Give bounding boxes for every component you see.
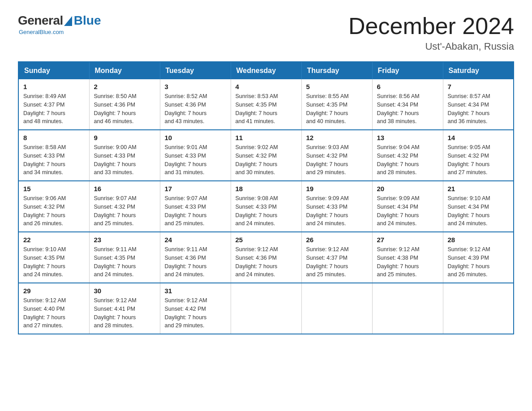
calendar-header-row: Sunday Monday Tuesday Wednesday Thursday… (18, 62, 514, 79)
table-row: 5Sunrise: 8:55 AMSunset: 4:35 PMDaylight… (301, 79, 372, 130)
day-info: Sunrise: 9:12 AMSunset: 4:39 PMDaylight:… (448, 245, 509, 279)
day-info: Sunrise: 8:55 AMSunset: 4:35 PMDaylight:… (306, 92, 368, 126)
day-info: Sunrise: 8:53 AMSunset: 4:35 PMDaylight:… (236, 92, 297, 126)
day-info: Sunrise: 9:11 AMSunset: 4:36 PMDaylight:… (165, 245, 226, 279)
calendar-week-row: 29Sunrise: 9:12 AMSunset: 4:40 PMDayligh… (18, 283, 514, 334)
col-sunday: Sunday (18, 62, 89, 79)
day-info: Sunrise: 9:12 AMSunset: 4:42 PMDaylight:… (165, 296, 226, 330)
day-info: Sunrise: 8:57 AMSunset: 4:34 PMDaylight:… (448, 92, 509, 126)
day-number: 2 (94, 83, 155, 90)
day-info: Sunrise: 9:12 AMSunset: 4:37 PMDaylight:… (306, 245, 368, 279)
day-info: Sunrise: 9:01 AMSunset: 4:33 PMDaylight:… (165, 143, 226, 177)
table-row: 23Sunrise: 9:11 AMSunset: 4:35 PMDayligh… (89, 232, 160, 283)
day-number: 27 (377, 236, 438, 244)
day-number: 11 (236, 134, 297, 141)
day-number: 4 (236, 83, 297, 90)
table-row: 4Sunrise: 8:53 AMSunset: 4:35 PMDaylight… (231, 79, 301, 130)
col-thursday: Thursday (301, 62, 372, 79)
logo-triangle-icon (64, 16, 72, 26)
calendar-week-row: 8Sunrise: 8:58 AMSunset: 4:33 PMDaylight… (18, 130, 514, 181)
col-friday: Friday (372, 62, 443, 79)
table-row: 2Sunrise: 8:50 AMSunset: 4:36 PMDaylight… (89, 79, 160, 130)
day-info: Sunrise: 9:09 AMSunset: 4:34 PMDaylight:… (377, 194, 438, 228)
day-number: 28 (448, 236, 509, 244)
day-info: Sunrise: 9:09 AMSunset: 4:33 PMDaylight:… (306, 194, 368, 228)
table-row: 21Sunrise: 9:10 AMSunset: 4:34 PMDayligh… (443, 181, 514, 232)
day-info: Sunrise: 8:56 AMSunset: 4:34 PMDaylight:… (377, 92, 438, 126)
day-number: 12 (306, 134, 368, 141)
table-row: 16Sunrise: 9:07 AMSunset: 4:32 PMDayligh… (89, 181, 160, 232)
day-info: Sunrise: 9:11 AMSunset: 4:35 PMDaylight:… (94, 245, 155, 279)
table-row: 29Sunrise: 9:12 AMSunset: 4:40 PMDayligh… (18, 283, 89, 334)
day-info: Sunrise: 9:02 AMSunset: 4:32 PMDaylight:… (236, 143, 297, 177)
day-number: 21 (448, 185, 509, 193)
day-number: 16 (94, 185, 155, 193)
col-wednesday: Wednesday (231, 62, 301, 79)
day-info: Sunrise: 8:52 AMSunset: 4:36 PMDaylight:… (165, 92, 226, 126)
table-row: 22Sunrise: 9:10 AMSunset: 4:35 PMDayligh… (18, 232, 89, 283)
table-row: 27Sunrise: 9:12 AMSunset: 4:38 PMDayligh… (372, 232, 443, 283)
table-row: 14Sunrise: 9:05 AMSunset: 4:32 PMDayligh… (443, 130, 514, 181)
day-number: 15 (23, 185, 85, 193)
day-info: Sunrise: 9:12 AMSunset: 4:40 PMDaylight:… (23, 296, 85, 330)
logo: General Blue GeneralBlue.com (18, 13, 101, 35)
day-info: Sunrise: 9:12 AMSunset: 4:41 PMDaylight:… (94, 296, 155, 330)
table-row (372, 283, 443, 334)
calendar-table: Sunday Monday Tuesday Wednesday Thursday… (18, 61, 514, 334)
table-row: 17Sunrise: 9:07 AMSunset: 4:33 PMDayligh… (160, 181, 231, 232)
day-number: 8 (23, 134, 85, 141)
day-number: 23 (94, 236, 155, 244)
day-info: Sunrise: 8:50 AMSunset: 4:36 PMDaylight:… (94, 92, 155, 126)
table-row: 10Sunrise: 9:01 AMSunset: 4:33 PMDayligh… (160, 130, 231, 181)
location: Ust'-Abakan, Russia (348, 41, 514, 52)
calendar-week-row: 1Sunrise: 8:49 AMSunset: 4:37 PMDaylight… (18, 79, 514, 130)
logo-general-text: General (18, 13, 63, 28)
month-title: December 2024 (348, 13, 514, 39)
day-number: 7 (448, 83, 509, 90)
day-info: Sunrise: 9:05 AMSunset: 4:32 PMDaylight:… (448, 143, 509, 177)
table-row: 9Sunrise: 9:00 AMSunset: 4:33 PMDaylight… (89, 130, 160, 181)
day-number: 22 (23, 236, 85, 244)
day-info: Sunrise: 9:10 AMSunset: 4:35 PMDaylight:… (23, 245, 85, 279)
table-row: 6Sunrise: 8:56 AMSunset: 4:34 PMDaylight… (372, 79, 443, 130)
calendar-week-row: 15Sunrise: 9:06 AMSunset: 4:32 PMDayligh… (18, 181, 514, 232)
day-number: 3 (165, 83, 226, 90)
table-row: 19Sunrise: 9:09 AMSunset: 4:33 PMDayligh… (301, 181, 372, 232)
table-row: 26Sunrise: 9:12 AMSunset: 4:37 PMDayligh… (301, 232, 372, 283)
calendar-week-row: 22Sunrise: 9:10 AMSunset: 4:35 PMDayligh… (18, 232, 514, 283)
table-row: 18Sunrise: 9:08 AMSunset: 4:33 PMDayligh… (231, 181, 301, 232)
day-number: 5 (306, 83, 368, 90)
table-row (443, 283, 514, 334)
table-row: 20Sunrise: 9:09 AMSunset: 4:34 PMDayligh… (372, 181, 443, 232)
table-row (231, 283, 301, 334)
day-number: 31 (165, 287, 226, 295)
day-number: 14 (448, 134, 509, 141)
table-row: 7Sunrise: 8:57 AMSunset: 4:34 PMDaylight… (443, 79, 514, 130)
day-number: 20 (377, 185, 438, 193)
day-number: 18 (236, 185, 297, 193)
logo-blue-text: Blue (74, 13, 101, 28)
table-row: 3Sunrise: 8:52 AMSunset: 4:36 PMDaylight… (160, 79, 231, 130)
day-info: Sunrise: 9:04 AMSunset: 4:32 PMDaylight:… (377, 143, 438, 177)
day-info: Sunrise: 9:10 AMSunset: 4:34 PMDaylight:… (448, 194, 509, 228)
day-info: Sunrise: 9:08 AMSunset: 4:33 PMDaylight:… (236, 194, 297, 228)
logo-tagline: GeneralBlue.com (19, 29, 64, 35)
table-row: 28Sunrise: 9:12 AMSunset: 4:39 PMDayligh… (443, 232, 514, 283)
day-info: Sunrise: 9:00 AMSunset: 4:33 PMDaylight:… (94, 143, 155, 177)
day-number: 24 (165, 236, 226, 244)
table-row (301, 283, 372, 334)
day-number: 26 (306, 236, 368, 244)
day-number: 25 (236, 236, 297, 244)
title-section: December 2024 Ust'-Abakan, Russia (348, 13, 514, 52)
table-row: 12Sunrise: 9:03 AMSunset: 4:32 PMDayligh… (301, 130, 372, 181)
day-number: 17 (165, 185, 226, 193)
table-row: 1Sunrise: 8:49 AMSunset: 4:37 PMDaylight… (18, 79, 89, 130)
day-number: 29 (23, 287, 85, 295)
table-row: 31Sunrise: 9:12 AMSunset: 4:42 PMDayligh… (160, 283, 231, 334)
day-info: Sunrise: 9:12 AMSunset: 4:38 PMDaylight:… (377, 245, 438, 279)
day-number: 6 (377, 83, 438, 90)
day-info: Sunrise: 8:58 AMSunset: 4:33 PMDaylight:… (23, 143, 85, 177)
col-monday: Monday (89, 62, 160, 79)
col-tuesday: Tuesday (160, 62, 231, 79)
day-number: 13 (377, 134, 438, 141)
